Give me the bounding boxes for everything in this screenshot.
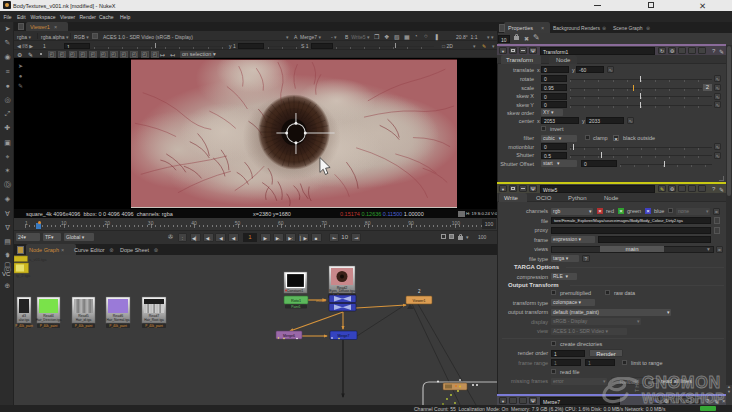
svg-text:ty_2.tga: ty_2.tga bbox=[16, 273, 31, 278]
svg-text:Paint1: Paint1 bbox=[291, 305, 301, 309]
svg-text:Roto1: Roto1 bbox=[291, 299, 301, 303]
svg-text:Hair_Root.tga: Hair_Root.tga bbox=[144, 318, 164, 322]
svg-text:Merge7: Merge7 bbox=[337, 334, 349, 338]
svg-text:Constant1: Constant1 bbox=[287, 289, 303, 293]
svg-text:mask: mask bbox=[316, 298, 327, 303]
svg-text:P_40k_paint: P_40k_paint bbox=[15, 324, 33, 328]
svg-text:P_40k_paint: P_40k_paint bbox=[75, 324, 93, 328]
svg-text:alar.tga: alar.tga bbox=[19, 318, 30, 322]
svg-text:Eyes_Diffuse.tga: Eyes_Diffuse.tga bbox=[329, 289, 355, 293]
svg-text:Hair_Direction.tga: Hair_Direction.tga bbox=[36, 318, 62, 322]
svg-text:Merge6: Merge6 bbox=[283, 334, 295, 338]
svg-text:Hair_Normal.tga: Hair_Normal.tga bbox=[106, 318, 129, 322]
svg-text:Hair_id.tga: Hair_id.tga bbox=[76, 318, 92, 322]
svg-text:Viewer1: Viewer1 bbox=[413, 299, 426, 303]
svg-text:P_40k_paint: P_40k_paint bbox=[40, 324, 58, 328]
svg-text:a_v01.tga: a_v01.tga bbox=[29, 257, 47, 262]
svg-text:P_40k_paint: P_40k_paint bbox=[145, 324, 163, 328]
svg-text:P_40k_paint: P_40k_paint bbox=[109, 324, 127, 328]
svg-text:2: 2 bbox=[418, 289, 421, 294]
